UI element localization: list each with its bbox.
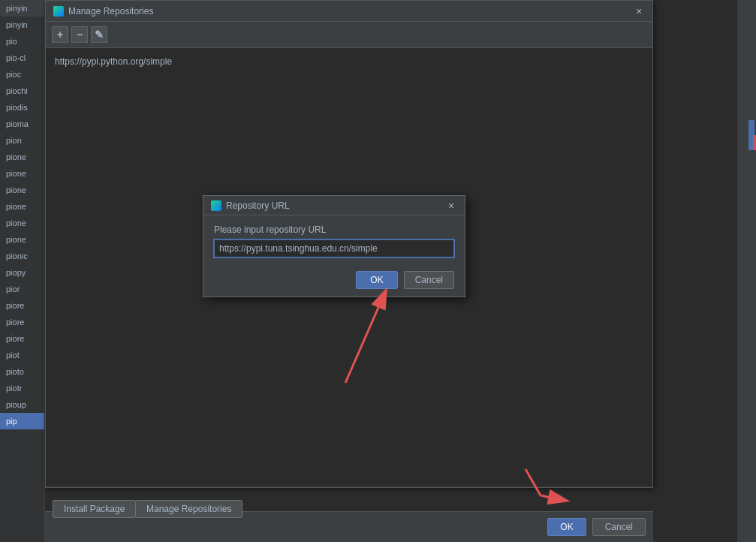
sidebar-item-piodis[interactable]: piodis — [0, 99, 44, 116]
sidebar-item-piochi[interactable]: piochi — [0, 83, 44, 99]
svg-line-2 — [541, 495, 559, 499]
repo-url-pycharm-icon — [211, 200, 221, 211]
repos-toolbar: + − ✎ — [46, 22, 652, 48]
bottom-cancel-button[interactable]: Cancel — [592, 518, 646, 536]
sidebar-item-piocl[interactable]: pio-cl — [0, 50, 44, 66]
manage-repos-close-button[interactable]: × — [633, 5, 645, 17]
repo-url-buttons: OK Cancel — [203, 265, 465, 297]
sidebar-item-piore3[interactable]: piore — [0, 330, 44, 347]
sidebar-item-pion[interactable]: pion — [0, 132, 44, 149]
sidebar-item-pinyin2[interactable]: pinyin — [0, 17, 44, 33]
manage-repos-title-text: Manage Repositories — [68, 6, 153, 17]
remove-repo-button[interactable]: − — [71, 26, 88, 43]
repo-url-title-text: Repository URL — [226, 200, 290, 211]
sidebar-item-pioup[interactable]: pioup — [0, 396, 44, 413]
sidebar-item-pione1[interactable]: pione — [0, 149, 44, 165]
sidebar-item-pione5[interactable]: pione — [0, 215, 44, 231]
repo-url-input[interactable] — [214, 239, 454, 257]
pycharm-logo-icon — [53, 6, 64, 17]
sidebar-item-piot[interactable]: piot — [0, 347, 44, 363]
sidebar-item-pip[interactable]: pip — [0, 413, 44, 429]
sidebar: pinyin pinyin pio pio-cl pioc piochi pio… — [0, 0, 45, 542]
repo-url-prompt: Please input repository URL — [214, 224, 454, 235]
sidebar-item-pione3[interactable]: pione — [0, 182, 44, 198]
manage-repositories-button[interactable]: Manage Repositories — [135, 500, 242, 518]
repo-url-item[interactable]: https://pypi.python.org/simple — [52, 54, 646, 69]
install-package-button[interactable]: Install Package — [53, 500, 136, 518]
sidebar-item-pione6[interactable]: pione — [0, 231, 44, 248]
sidebar-item-piore2[interactable]: piore — [0, 314, 44, 330]
repo-url-ok-button[interactable]: OK — [356, 271, 397, 289]
title-left: Manage Repositories — [53, 6, 153, 17]
bottom-ok-button[interactable]: OK — [547, 518, 586, 536]
repo-url-title-bar: Repository URL × — [203, 196, 465, 215]
repo-url-cancel-button[interactable]: Cancel — [404, 271, 454, 289]
manage-repos-title-bar: Manage Repositories × — [46, 1, 652, 22]
sidebar-item-piore1[interactable]: piore — [0, 297, 44, 314]
repo-url-title-left: Repository URL — [211, 200, 290, 211]
sidebar-item-pione2[interactable]: pione — [0, 165, 44, 182]
edit-repo-button[interactable]: ✎ — [91, 26, 107, 43]
repo-url-close-button[interactable]: × — [445, 200, 457, 212]
sidebar-item-pione4[interactable]: pione — [0, 198, 44, 215]
sidebar-item-pionic[interactable]: pionic — [0, 248, 44, 264]
repo-url-body: Please input repository URL — [203, 215, 465, 265]
sidebar-item-pio[interactable]: pio — [0, 33, 44, 50]
sidebar-item-pior[interactable]: pior — [0, 281, 44, 297]
sidebar-item-pioc[interactable]: pioc — [0, 66, 44, 83]
sidebar-item-piotr[interactable]: piotr — [0, 380, 44, 396]
right-panel — [737, 0, 756, 542]
red-accent-marker — [753, 135, 756, 150]
repo-url-dialog: Repository URL × Please input repository… — [203, 195, 465, 297]
sidebar-item-pioto[interactable]: pioto — [0, 363, 44, 380]
sidebar-item-pinyin1[interactable]: pinyin — [0, 0, 44, 17]
sidebar-item-pioma[interactable]: pioma — [0, 116, 44, 132]
sidebar-item-piopy[interactable]: piopy — [0, 264, 44, 281]
add-repo-button[interactable]: + — [52, 26, 68, 43]
